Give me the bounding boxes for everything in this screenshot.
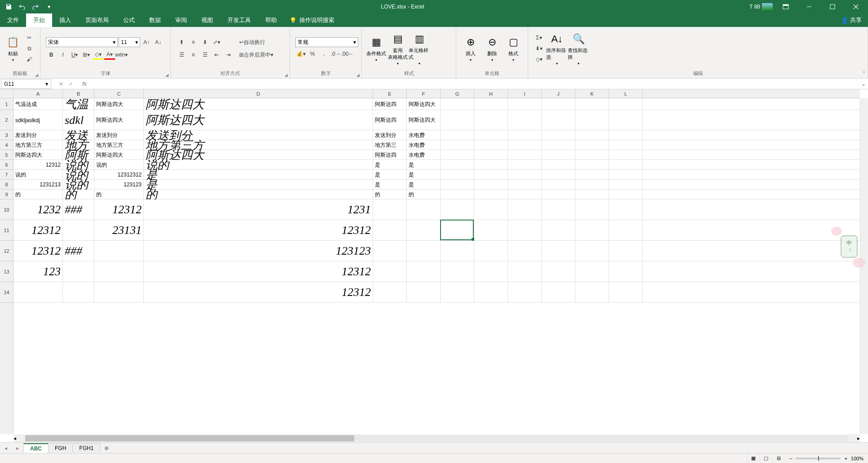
- align-top-icon[interactable]: ⬆: [176, 37, 187, 47]
- font-color-icon[interactable]: A▾: [104, 50, 115, 60]
- cell[interactable]: [373, 282, 407, 303]
- cell[interactable]: [508, 220, 542, 241]
- cell[interactable]: [575, 282, 609, 303]
- column-headers[interactable]: ABCDEFGHIJKL: [13, 89, 860, 98]
- cell[interactable]: [441, 199, 474, 220]
- cell[interactable]: [575, 170, 609, 180]
- cell[interactable]: 阿斯达四大: [144, 98, 373, 110]
- tab-帮助[interactable]: 帮助: [258, 13, 284, 27]
- cell[interactable]: [508, 140, 542, 150]
- formula-input[interactable]: [89, 79, 859, 89]
- cell[interactable]: [542, 241, 575, 261]
- cell[interactable]: [508, 98, 542, 110]
- column-header[interactable]: J: [542, 89, 575, 98]
- cell[interactable]: 发送: [63, 130, 94, 140]
- currency-icon[interactable]: 💰▾: [295, 49, 306, 59]
- cell[interactable]: [542, 140, 575, 150]
- cell[interactable]: [508, 150, 542, 160]
- cell[interactable]: 1231: [144, 199, 373, 220]
- increase-font-icon[interactable]: A↑: [141, 37, 152, 47]
- cell[interactable]: 水电费: [407, 140, 441, 150]
- cell[interactable]: [609, 199, 643, 220]
- cell[interactable]: [575, 130, 609, 140]
- cell[interactable]: [508, 190, 542, 199]
- cell[interactable]: sdkl: [63, 110, 94, 130]
- number-format-combo[interactable]: 常规▾: [295, 37, 358, 47]
- cell[interactable]: [508, 261, 542, 282]
- cell[interactable]: [609, 282, 643, 303]
- comma-icon[interactable]: ,: [319, 49, 329, 59]
- align-bottom-icon[interactable]: ⬇: [200, 37, 210, 47]
- cell[interactable]: [542, 170, 575, 180]
- phonetic-icon[interactable]: wén▾: [116, 50, 127, 60]
- row-header[interactable]: 7: [0, 170, 13, 180]
- row-header[interactable]: 11: [0, 220, 13, 241]
- cell[interactable]: 是: [373, 160, 407, 170]
- cell[interactable]: 地方: [63, 140, 94, 150]
- cell[interactable]: 12312312: [94, 170, 144, 180]
- bold-button[interactable]: B: [46, 50, 57, 60]
- tab-页面布局[interactable]: 页面布局: [78, 13, 116, 27]
- cell[interactable]: [609, 180, 643, 190]
- conditional-format-button[interactable]: ▦条件格式▾: [365, 31, 387, 66]
- fx-icon[interactable]: fx: [80, 81, 89, 87]
- cell[interactable]: [609, 241, 643, 261]
- cell[interactable]: [575, 140, 609, 150]
- cell[interactable]: [508, 170, 542, 180]
- cell[interactable]: 是: [144, 170, 373, 180]
- cell[interactable]: [373, 220, 407, 241]
- column-header[interactable]: L: [609, 89, 643, 98]
- tab-文件[interactable]: 文件: [0, 13, 26, 27]
- cell[interactable]: [575, 150, 609, 160]
- cell[interactable]: 123: [13, 261, 63, 282]
- cell[interactable]: 阿斯达四大: [407, 110, 441, 130]
- cell[interactable]: 阿斯达四: [373, 110, 407, 130]
- cell[interactable]: ###: [63, 241, 94, 261]
- cell[interactable]: [508, 199, 542, 220]
- cell[interactable]: [94, 241, 144, 261]
- cell[interactable]: 12312: [144, 282, 373, 303]
- cell[interactable]: [441, 130, 474, 140]
- cell[interactable]: [609, 110, 643, 130]
- tell-me[interactable]: 💡操作说明搜索: [284, 16, 340, 24]
- cells-area[interactable]: 气温达成气温阿斯达四大阿斯达四大阿斯达四阿斯达四大sdkljaslkdjsdkl…: [13, 98, 860, 434]
- autosum-icon[interactable]: Σ▾: [534, 33, 544, 43]
- row-header[interactable]: 8: [0, 180, 13, 190]
- cell[interactable]: 阿斯: [63, 150, 94, 160]
- row-header[interactable]: 2: [0, 110, 13, 130]
- decrease-decimal-icon[interactable]: .00←: [342, 49, 353, 59]
- cell[interactable]: 发送到分: [373, 130, 407, 140]
- dialog-launcher-icon[interactable]: ◢: [35, 73, 38, 77]
- tab-审阅[interactable]: 审阅: [168, 13, 194, 27]
- page-break-view-icon[interactable]: ⊟: [772, 454, 785, 463]
- cell[interactable]: [575, 261, 609, 282]
- cell[interactable]: [474, 150, 508, 160]
- cell[interactable]: [441, 261, 474, 282]
- zoom-level[interactable]: 100%: [851, 456, 864, 461]
- delete-cells-button[interactable]: ⊖删除▾: [481, 31, 503, 66]
- cell[interactable]: [508, 241, 542, 261]
- vertical-scrollbar[interactable]: [860, 98, 868, 434]
- cell[interactable]: 的: [373, 190, 407, 199]
- cell[interactable]: sdkljaslkdj: [13, 110, 63, 130]
- user-account[interactable]: T 88: [749, 3, 773, 10]
- cell[interactable]: [609, 160, 643, 170]
- wrap-text-button[interactable]: ↩ 自动换行: [237, 37, 267, 47]
- enter-formula-icon[interactable]: ✓: [67, 81, 76, 87]
- cell[interactable]: [609, 98, 643, 110]
- save-icon[interactable]: [3, 1, 14, 13]
- cell[interactable]: [609, 261, 643, 282]
- cell-styles-button[interactable]: ▥单元格样式▾: [409, 31, 430, 66]
- tab-开始[interactable]: 开始: [26, 13, 52, 27]
- cell[interactable]: 气温: [63, 98, 94, 110]
- cell[interactable]: [609, 150, 643, 160]
- tab-插入[interactable]: 插入: [52, 13, 78, 27]
- qat-customize-icon[interactable]: ▾: [43, 1, 55, 13]
- row-header[interactable]: 10: [0, 199, 13, 220]
- cell[interactable]: 地方第三方: [13, 140, 63, 150]
- increase-indent-icon[interactable]: ⇥: [223, 50, 234, 60]
- cut-icon[interactable]: ✂: [24, 33, 35, 43]
- cell[interactable]: [373, 199, 407, 220]
- redo-icon[interactable]: [30, 1, 41, 13]
- cell[interactable]: [542, 110, 575, 130]
